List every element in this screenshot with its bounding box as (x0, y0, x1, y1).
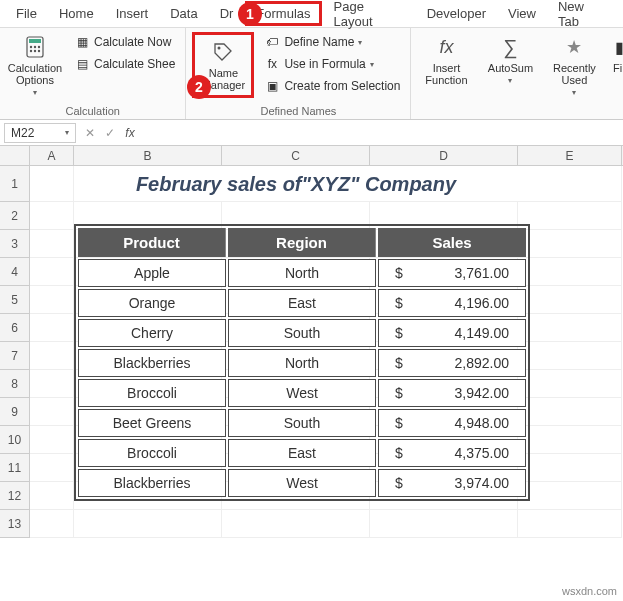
cell[interactable] (518, 258, 622, 286)
cell[interactable] (30, 342, 74, 370)
row-header[interactable]: 8 (0, 370, 30, 398)
cell-region[interactable]: South (228, 409, 376, 437)
define-name-button[interactable]: 🏷 Define Name ▾ (260, 32, 404, 52)
cell[interactable] (30, 482, 74, 510)
cell[interactable] (370, 510, 518, 538)
financial-button-partial[interactable]: ▮ Fir (609, 32, 623, 76)
cell[interactable] (30, 258, 74, 286)
col-header-E[interactable]: E (518, 146, 622, 165)
cell-region[interactable]: South (228, 319, 376, 347)
cell-region[interactable]: East (228, 439, 376, 467)
cell-product[interactable]: Cherry (78, 319, 226, 347)
tab-view[interactable]: View (498, 2, 546, 25)
accept-formula-button[interactable]: ✓ (100, 126, 120, 140)
cell-sales[interactable]: $2,892.00 (378, 349, 526, 377)
table-row: Beet GreensSouth$4,948.00 (78, 409, 526, 437)
cell[interactable] (74, 510, 222, 538)
row-header[interactable]: 12 (0, 482, 30, 510)
table-row: BlackberriesWest$3,974.00 (78, 469, 526, 497)
cell[interactable] (30, 426, 74, 454)
cell[interactable] (518, 398, 622, 426)
cell-product[interactable]: Broccoli (78, 439, 226, 467)
cell-sales[interactable]: $3,942.00 (378, 379, 526, 407)
create-from-selection-button[interactable]: ▣ Create from Selection (260, 76, 404, 96)
col-header-B[interactable]: B (74, 146, 222, 165)
select-all-corner[interactable] (0, 146, 30, 165)
cell[interactable] (518, 510, 622, 538)
row-header[interactable]: 6 (0, 314, 30, 342)
cell-product[interactable]: Blackberries (78, 469, 226, 497)
cell[interactable] (222, 510, 370, 538)
cell[interactable] (30, 166, 74, 202)
tab-file[interactable]: File (6, 2, 47, 25)
cell[interactable] (518, 166, 622, 202)
use-in-formula-button[interactable]: fx Use in Formula ▾ (260, 54, 404, 74)
formula-input[interactable] (140, 124, 623, 142)
cell[interactable] (518, 482, 622, 510)
cell-region[interactable]: West (228, 469, 376, 497)
calculation-options-button[interactable]: Calculation Options ▾ (6, 32, 64, 99)
cell[interactable] (518, 230, 622, 258)
tab-insert[interactable]: Insert (106, 2, 159, 25)
cell-region[interactable]: East (228, 289, 376, 317)
row-header[interactable]: 7 (0, 342, 30, 370)
cell-region[interactable]: West (228, 379, 376, 407)
cell[interactable] (30, 510, 74, 538)
tab-home[interactable]: Home (49, 2, 104, 25)
cell[interactable] (30, 454, 74, 482)
row-header[interactable]: 10 (0, 426, 30, 454)
cell[interactable] (30, 286, 74, 314)
calculate-sheet-button[interactable]: ▤ Calculate Shee (70, 54, 179, 74)
cell-sales[interactable]: $4,196.00 (378, 289, 526, 317)
row-header[interactable]: 4 (0, 258, 30, 286)
cell[interactable] (518, 314, 622, 342)
row-header[interactable]: 13 (0, 510, 30, 538)
cell[interactable] (518, 342, 622, 370)
cell[interactable] (30, 314, 74, 342)
name-box[interactable]: M22 ▾ (4, 123, 76, 143)
cell-product[interactable]: Orange (78, 289, 226, 317)
tab-developer[interactable]: Developer (417, 2, 496, 25)
col-header-C[interactable]: C (222, 146, 370, 165)
insert-function-button[interactable]: fx Insert Function (417, 32, 475, 88)
cell[interactable] (518, 454, 622, 482)
cell-region[interactable]: North (228, 349, 376, 377)
cell-product[interactable]: Beet Greens (78, 409, 226, 437)
cell-sales[interactable]: $3,761.00 (378, 259, 526, 287)
row-header[interactable]: 11 (0, 454, 30, 482)
cell-sales[interactable]: $4,948.00 (378, 409, 526, 437)
col-header-A[interactable]: A (30, 146, 74, 165)
title-cell[interactable]: February sales of"XYZ" Company (74, 166, 518, 202)
cell-region[interactable]: North (228, 259, 376, 287)
autosum-button[interactable]: ∑ AutoSum ▾ (481, 32, 539, 87)
tab-data[interactable]: Data (160, 2, 207, 25)
table-row: CherrySouth$4,149.00 (78, 319, 526, 347)
row-header[interactable]: 1 (0, 166, 30, 202)
cell[interactable] (518, 202, 622, 230)
cell-sales[interactable]: $4,375.00 (378, 439, 526, 467)
row-header[interactable]: 5 (0, 286, 30, 314)
cell[interactable] (30, 230, 74, 258)
cell-product[interactable]: Blackberries (78, 349, 226, 377)
table-row: OrangeEast$4,196.00 (78, 289, 526, 317)
cell[interactable] (30, 398, 74, 426)
fx-button[interactable]: fx (120, 126, 140, 140)
cell[interactable] (518, 426, 622, 454)
cell-product[interactable]: Broccoli (78, 379, 226, 407)
cancel-formula-button[interactable]: ✕ (80, 126, 100, 140)
row-header[interactable]: 3 (0, 230, 30, 258)
cell-sales[interactable]: $4,149.00 (378, 319, 526, 347)
cell[interactable] (30, 202, 74, 230)
recently-used-button[interactable]: ★ Recently Used ▾ (545, 32, 603, 99)
cell[interactable] (518, 370, 622, 398)
calculate-now-button[interactable]: ▦ Calculate Now (70, 32, 179, 52)
cell[interactable] (518, 286, 622, 314)
row-header[interactable]: 2 (0, 202, 30, 230)
row-header[interactable]: 9 (0, 398, 30, 426)
col-header-D[interactable]: D (370, 146, 518, 165)
cell-sales[interactable]: $3,974.00 (378, 469, 526, 497)
svg-point-5 (30, 50, 32, 52)
cell-product[interactable]: Apple (78, 259, 226, 287)
create-from-selection-label: Create from Selection (284, 79, 400, 93)
cell[interactable] (30, 370, 74, 398)
